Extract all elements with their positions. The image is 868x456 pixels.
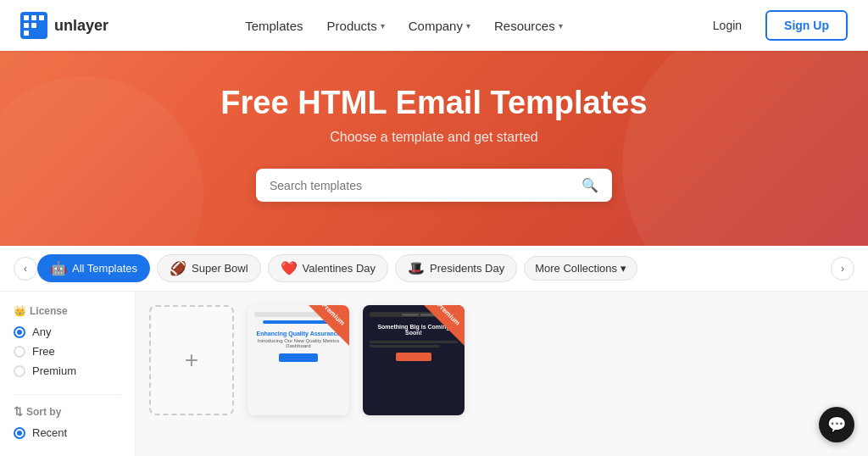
license-any-option[interactable]: Any <box>14 325 121 338</box>
collection-all-templates[interactable]: 🤖 All Templates <box>37 254 150 282</box>
svg-rect-5 <box>31 23 36 28</box>
more-collections-chevron-icon: ▾ <box>620 262 626 275</box>
collections-bar: 🤖 All Templates 🏈 Super Bowl ❤️ Valentin… <box>37 246 831 291</box>
sort-arrows-icon: ⇅ <box>14 405 23 418</box>
hero-subtitle: Choose a template and get started <box>20 130 848 145</box>
svg-rect-3 <box>39 15 44 20</box>
collections-prev-button[interactable]: ‹ <box>14 257 37 281</box>
svg-rect-2 <box>31 15 36 20</box>
navbar: unlayer Templates Products ▾ Company ▾ R… <box>0 0 868 51</box>
signup-button[interactable]: Sign Up <box>765 10 848 41</box>
search-input[interactable] <box>270 179 581 192</box>
logo[interactable]: unlayer <box>20 12 108 39</box>
sidebar-divider <box>14 394 121 395</box>
search-box: 🔍 <box>256 169 612 202</box>
all-templates-emoji: 🤖 <box>50 260 67 276</box>
sidebar: 👑 License Any Free Premium ⇅ Sort by <box>0 292 136 456</box>
nav-products[interactable]: Products ▾ <box>317 12 395 40</box>
svg-rect-4 <box>24 23 29 28</box>
crown-icon: 👑 <box>14 305 26 317</box>
license-free-option[interactable]: Free <box>14 345 121 358</box>
collection-presidents[interactable]: 🎩 Presidents Day <box>395 254 517 282</box>
navbar-actions: Login Sign Up <box>699 10 848 41</box>
sort-recent-radio[interactable] <box>14 427 25 439</box>
license-free-radio[interactable] <box>14 346 25 358</box>
company-chevron-icon: ▾ <box>466 21 470 31</box>
license-premium-option[interactable]: Premium <box>14 364 121 377</box>
chat-icon: 💬 <box>827 415 846 434</box>
more-collections-button[interactable]: More Collections ▾ <box>524 256 637 281</box>
license-radio-group: Any Free Premium <box>14 325 121 377</box>
license-premium-radio[interactable] <box>14 365 25 377</box>
resources-chevron-icon: ▾ <box>559 21 563 31</box>
license-any-radio[interactable] <box>14 326 25 338</box>
svg-rect-1 <box>24 15 29 20</box>
nav-links: Templates Products ▾ Company ▾ Resources… <box>235 12 572 40</box>
valentines-emoji: ❤️ <box>281 260 298 276</box>
collections-next-button[interactable]: › <box>831 257 854 281</box>
chat-bubble-button[interactable]: 💬 <box>819 407 854 442</box>
search-icon: 🔍 <box>581 177 598 193</box>
products-chevron-icon: ▾ <box>381 21 385 31</box>
hero-title: Free HTML Email Templates <box>20 85 848 121</box>
nav-resources[interactable]: Resources ▾ <box>484 12 573 40</box>
sort-recent-option[interactable]: Recent <box>14 426 121 439</box>
card-1-cta <box>279 353 319 362</box>
sort-radio-group: Recent <box>14 426 121 439</box>
nav-company[interactable]: Company ▾ <box>398 12 481 40</box>
add-template-button[interactable]: + <box>149 305 234 415</box>
templates-grid: + Premium Enhancing Quality Assurance In… <box>136 292 868 456</box>
content-area: 👑 License Any Free Premium ⇅ Sort by <box>0 292 868 456</box>
logo-text: unlayer <box>54 17 108 35</box>
super-bowl-emoji: 🏈 <box>170 260 186 276</box>
logo-icon <box>20 12 47 39</box>
hero-section: Free HTML Email Templates Choose a templ… <box>0 51 868 246</box>
nav-templates[interactable]: Templates <box>235 12 313 40</box>
license-section-title: 👑 License <box>14 305 121 317</box>
sort-section-title: ⇅ Sort by <box>14 405 121 418</box>
presidents-emoji: 🎩 <box>408 260 425 276</box>
card-2-cta <box>396 353 431 361</box>
template-card-1[interactable]: Premium Enhancing Quality Assurance Intr… <box>248 305 349 415</box>
template-card-2[interactable]: Premium Something Big is Coming Soon! <box>363 305 465 415</box>
filter-bar: ‹ 🤖 All Templates 🏈 Super Bowl ❤️ Valent… <box>0 246 868 292</box>
login-button[interactable]: Login <box>699 12 755 39</box>
svg-rect-6 <box>24 31 29 36</box>
collection-super-bowl[interactable]: 🏈 Super Bowl <box>157 254 260 282</box>
collection-valentines[interactable]: ❤️ Valentines Day <box>268 254 388 282</box>
